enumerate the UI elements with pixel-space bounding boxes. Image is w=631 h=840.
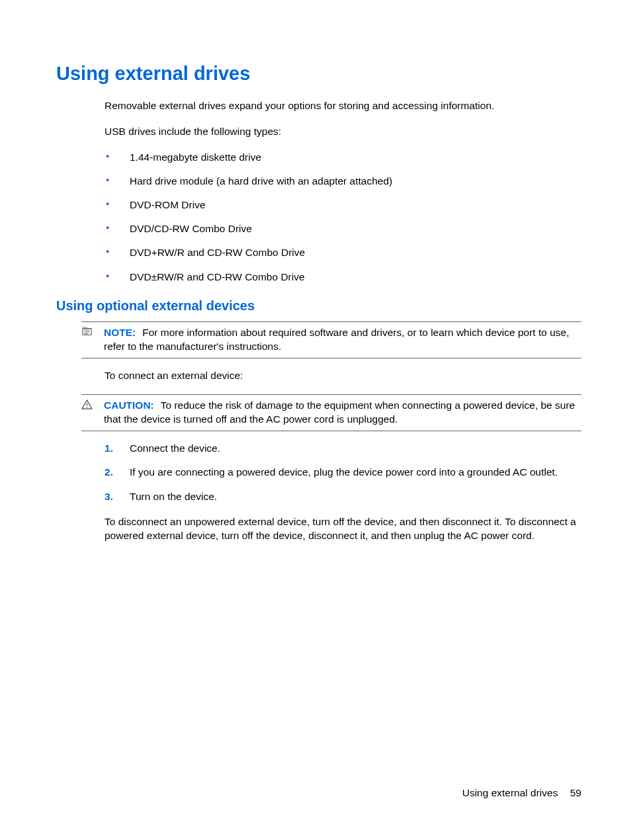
list-item: DVD-ROM Drive	[105, 198, 581, 212]
intro-paragraph-2: USB drives include the following types:	[105, 125, 581, 139]
note-text: For more information about required soft…	[104, 327, 569, 352]
page-heading: Using external drives	[56, 63, 581, 85]
list-item: Hard drive module (a hard drive with an …	[105, 175, 581, 188]
list-item: 1.44-megabyte diskette drive	[105, 151, 581, 164]
svg-point-5	[87, 407, 88, 408]
footer-section-title: Using external drives	[462, 787, 558, 798]
caution-text-container: CAUTION:To reduce the risk of damage to …	[104, 399, 581, 427]
list-item: DVD±RW/R and CD-RW Combo Drive	[105, 271, 581, 284]
usb-drive-types-list: 1.44-megabyte diskette drive Hard drive …	[105, 151, 581, 284]
list-item: DVD/CD-RW Combo Drive	[105, 222, 581, 235]
disconnect-paragraph: To disconnect an unpowered external devi…	[105, 515, 581, 543]
section-heading: Using optional external devices	[56, 298, 581, 314]
list-item: DVD+RW/R and CD-RW Combo Drive	[105, 246, 581, 259]
step-item: Connect the device.	[105, 442, 581, 455]
step-item: Turn on the device.	[105, 490, 581, 503]
connect-steps: Connect the device. If you are connectin…	[105, 442, 581, 503]
note-callout: NOTE:For more information about required…	[81, 321, 581, 358]
note-icon	[81, 326, 104, 336]
step-item: If you are connecting a powered device, …	[105, 466, 581, 479]
footer-page-number: 59	[570, 787, 581, 798]
connect-intro: To connect an external device:	[105, 369, 581, 383]
caution-callout: CAUTION:To reduce the risk of damage to …	[81, 394, 581, 431]
note-label: NOTE:	[104, 327, 136, 338]
intro-paragraph-1: Removable external drives expand your op…	[105, 99, 581, 113]
caution-label: CAUTION:	[104, 399, 154, 411]
caution-text: To reduce the risk of damage to the equi…	[104, 399, 575, 425]
caution-icon	[81, 399, 104, 409]
page-footer: Using external drives 59	[462, 787, 581, 799]
note-text-container: NOTE:For more information about required…	[104, 326, 581, 354]
